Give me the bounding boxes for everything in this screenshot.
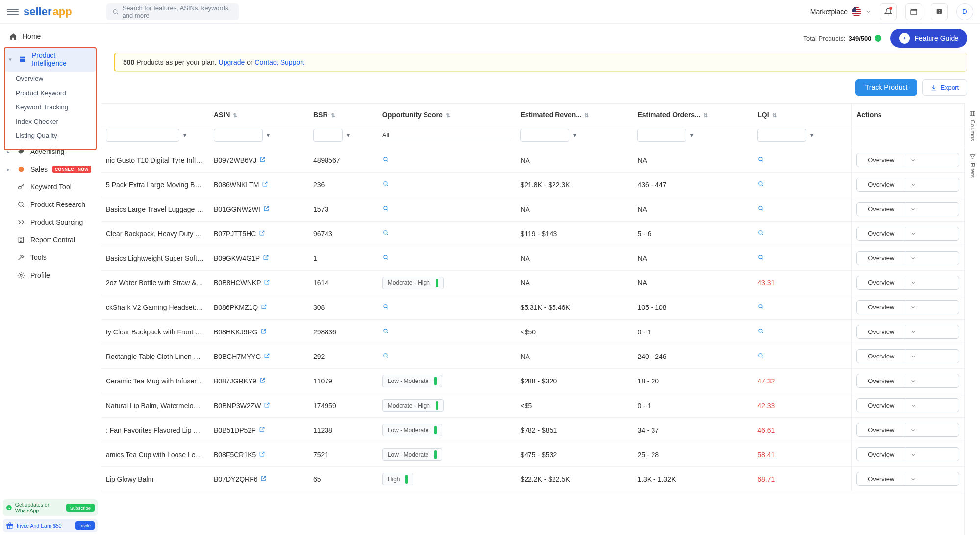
user-avatar[interactable]: D <box>956 3 973 20</box>
product-name[interactable]: Lip Glowy Balm <box>101 467 209 491</box>
nav-sub-index-checker[interactable]: Index Checker <box>0 114 101 128</box>
sort-icon[interactable]: ⇅ <box>704 112 708 118</box>
product-name[interactable]: Rectangle Table Cloth Linen Farmh... <box>101 344 209 369</box>
nav-keyword-tool[interactable]: ▸ Keyword Tool <box>0 178 101 196</box>
row-action-button[interactable]: Overview <box>856 398 959 412</box>
product-name[interactable]: Basics Lightweight Super Soft Easy ... <box>101 246 209 271</box>
external-link-icon[interactable] <box>264 279 270 287</box>
invite-button[interactable]: Invite <box>75 521 95 530</box>
hamburger-menu[interactable] <box>7 6 19 18</box>
logo[interactable]: sellerapp <box>24 5 72 18</box>
lqi-magnify[interactable] <box>757 205 764 213</box>
nav-product-sourcing[interactable]: ▸ Product Sourcing <box>0 213 101 231</box>
row-action-button[interactable]: Overview <box>856 374 959 388</box>
product-name[interactable]: ckShark V2 Gaming Headset: THX 7... <box>101 295 209 320</box>
opportunity-magnify[interactable] <box>382 230 389 238</box>
promo-invite[interactable]: Invite And Earn $50 Invite <box>3 519 98 532</box>
sort-icon[interactable]: ⇅ <box>446 112 450 118</box>
filter-asin[interactable] <box>214 129 263 142</box>
opportunity-magnify[interactable] <box>382 353 389 360</box>
lqi-magnify[interactable] <box>757 328 764 336</box>
row-action-button[interactable]: Overview <box>856 300 959 314</box>
col-bsr[interactable]: BSR <box>313 111 328 119</box>
external-link-icon[interactable] <box>263 205 270 213</box>
external-link-icon[interactable] <box>259 156 266 164</box>
opportunity-magnify[interactable] <box>382 304 389 311</box>
chevron-down-icon[interactable] <box>905 423 921 436</box>
chevron-down-icon[interactable] <box>905 203 921 216</box>
product-name[interactable]: : Fan Favorites Flavored Lip Balm Tu... <box>101 418 209 442</box>
nav-profile[interactable]: ▸ Profile <box>0 266 101 284</box>
row-action-button[interactable]: Overview <box>856 349 959 363</box>
col-orders[interactable]: Estimated Orders... <box>637 111 700 119</box>
product-name[interactable]: Basics Large Travel Luggage Duffel ... <box>101 197 209 222</box>
export-button[interactable]: Export <box>922 79 967 96</box>
columns-rail[interactable]: Columns <box>969 110 976 141</box>
col-lqi[interactable]: LQI <box>757 111 769 119</box>
filter-opportunity[interactable] <box>382 130 511 140</box>
nav-sub-listing-quality[interactable]: Listing Quality <box>0 128 101 143</box>
chevron-down-icon[interactable] <box>905 325 921 338</box>
external-link-icon[interactable] <box>259 377 266 385</box>
external-link-icon[interactable] <box>261 304 267 311</box>
lqi-magnify[interactable] <box>757 353 764 360</box>
external-link-icon[interactable] <box>264 402 270 409</box>
chevron-down-icon[interactable] <box>905 276 921 289</box>
feature-guide-button[interactable]: Feature Guide <box>890 29 968 48</box>
opportunity-magnify[interactable] <box>382 328 389 336</box>
filters-rail[interactable]: Filters <box>969 153 976 178</box>
product-name[interactable]: 5 Pack Extra Large Moving Bags wit... <box>101 173 209 197</box>
product-name[interactable]: Ceramic Tea Mug with Infuser and ... <box>101 369 209 393</box>
nav-product-research[interactable]: ▸ Product Research <box>0 196 101 213</box>
nav-advertising[interactable]: ▸ Advertising <box>0 143 101 160</box>
nav-sub-product-keyword[interactable]: Product Keyword <box>0 86 101 100</box>
sort-icon[interactable]: ⇅ <box>772 112 777 118</box>
opportunity-magnify[interactable] <box>382 181 389 189</box>
external-link-icon[interactable] <box>264 353 270 360</box>
chevron-down-icon[interactable] <box>905 178 921 191</box>
lqi-magnify[interactable] <box>757 230 764 238</box>
filter-icon[interactable]: ▾ <box>810 132 813 139</box>
lqi-magnify[interactable] <box>757 181 764 189</box>
track-product-button[interactable]: Track Product <box>855 79 918 96</box>
row-action-button[interactable]: Overview <box>856 325 959 339</box>
opportunity-magnify[interactable] <box>382 205 389 213</box>
filter-icon[interactable]: ▾ <box>347 132 350 139</box>
opportunity-magnify[interactable] <box>382 156 389 164</box>
filter-orders[interactable] <box>637 129 686 142</box>
filter-revenue[interactable] <box>520 129 569 142</box>
lqi-magnify[interactable] <box>757 304 764 311</box>
subscribe-button[interactable]: Subscribe <box>66 504 95 512</box>
external-link-icon[interactable] <box>260 475 267 483</box>
announcement-button[interactable] <box>931 3 948 20</box>
connect-now-badge[interactable]: CONNECT NOW <box>52 166 91 173</box>
row-action-button[interactable]: Overview <box>856 447 959 461</box>
nav-report-central[interactable]: ▸ Report Central <box>0 231 101 249</box>
chevron-down-icon[interactable] <box>905 374 921 387</box>
row-action-button[interactable]: Overview <box>856 472 959 486</box>
chevron-down-icon[interactable] <box>905 448 921 461</box>
col-opportunity[interactable]: Opportunity Score <box>382 111 443 119</box>
nav-tools[interactable]: ▸ Tools <box>0 249 101 266</box>
col-asin[interactable]: ASIN <box>214 111 230 119</box>
external-link-icon[interactable] <box>260 328 267 336</box>
nav-product-intelligence[interactable]: ▾ Product Intelligence <box>4 47 97 72</box>
chevron-down-icon[interactable] <box>905 227 921 240</box>
calendar-button[interactable] <box>905 3 922 20</box>
external-link-icon[interactable] <box>259 230 265 238</box>
sort-icon[interactable]: ⇅ <box>584 112 589 118</box>
product-name[interactable]: amics Tea Cup with Loose Leaf Infus... <box>101 442 209 467</box>
lqi-magnify[interactable] <box>757 156 764 164</box>
chevron-down-icon[interactable] <box>905 301 921 314</box>
external-link-icon[interactable] <box>259 451 265 459</box>
sort-icon[interactable]: ⇅ <box>233 112 237 118</box>
external-link-icon[interactable] <box>259 426 265 434</box>
chevron-down-icon[interactable] <box>905 350 921 363</box>
product-name[interactable]: 2oz Water Bottle with Straw & Moti... <box>101 271 209 295</box>
product-name[interactable]: ty Clear Backpack with Front Pocke... <box>101 320 209 344</box>
filter-product[interactable] <box>106 129 179 142</box>
info-icon[interactable]: i <box>875 35 881 42</box>
row-action-button[interactable]: Overview <box>856 202 959 216</box>
filter-lqi[interactable] <box>757 129 806 142</box>
product-name[interactable]: Natural Lip Balm, Watermelon Fros... <box>101 393 209 418</box>
